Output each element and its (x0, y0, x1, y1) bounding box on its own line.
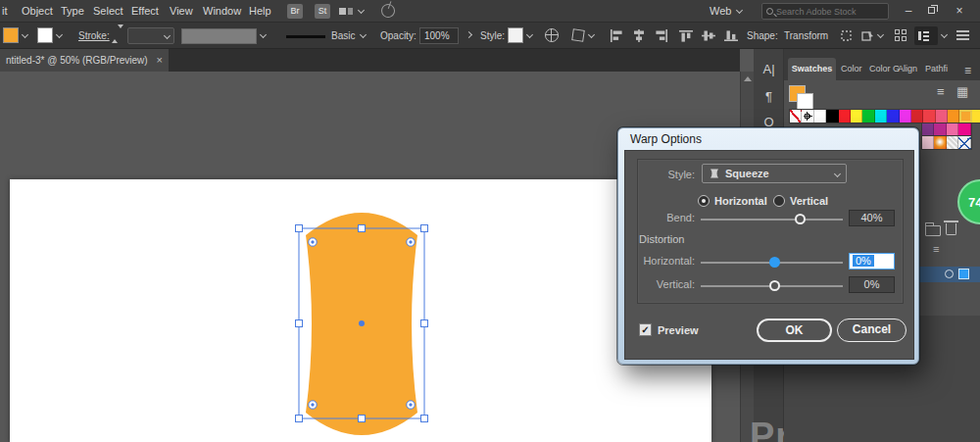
delete-swatch-icon[interactable] (946, 223, 956, 235)
scroll-up-icon[interactable] (744, 76, 752, 81)
grid-view-icon[interactable]: ▦ (956, 84, 968, 99)
fill-color-swatch[interactable] (3, 27, 19, 43)
isolate-chevron-icon[interactable] (877, 31, 884, 38)
swatch[interactable] (972, 110, 980, 123)
visibility-ring-icon[interactable] (945, 270, 954, 278)
layout-chevron-icon[interactable] (358, 7, 365, 14)
panel-stroke-proxy[interactable] (797, 93, 813, 110)
swatch[interactable] (958, 136, 970, 149)
width-profile-chevron-icon[interactable] (260, 31, 267, 38)
document-arrangement-button[interactable] (914, 26, 938, 45)
bend-slider[interactable] (701, 219, 843, 221)
align-right-icon[interactable] (655, 29, 668, 42)
character-panel-icon[interactable]: A| (754, 62, 784, 76)
align-top-icon[interactable] (679, 29, 693, 42)
bounding-box-icon[interactable] (839, 29, 854, 42)
artboard-thumbnail-icon[interactable] (958, 269, 969, 279)
stroke-weight-combo[interactable] (127, 27, 174, 44)
graphic-style-chevron-icon[interactable] (526, 31, 533, 38)
align-bottom-icon[interactable] (724, 29, 738, 42)
workspace-chevron-icon[interactable] (736, 7, 743, 14)
isolate-selection-icon[interactable] (860, 29, 875, 42)
preferences-icon[interactable] (571, 28, 585, 42)
tab-align[interactable]: Align (898, 64, 917, 74)
artboard-row[interactable] (919, 267, 980, 282)
warp-style-dropdown[interactable]: Squeeze (702, 164, 847, 183)
list-view-icon[interactable]: ≡ (937, 84, 945, 99)
tab-close-icon[interactable]: × (157, 49, 163, 72)
opacity-expand-icon[interactable] (466, 31, 472, 38)
swatch[interactable] (959, 110, 971, 123)
shape-center-point[interactable] (359, 320, 365, 326)
swatch[interactable] (900, 110, 911, 123)
graphic-style-swatch[interactable] (508, 27, 523, 43)
arrangement-chevron-icon[interactable] (941, 31, 948, 38)
swatch[interactable] (802, 110, 813, 123)
stock-search-box[interactable] (761, 3, 889, 20)
vertical-radio-label[interactable]: Vertical (790, 195, 828, 207)
swatch[interactable] (790, 110, 802, 123)
graphic-style-button[interactable]: St (315, 4, 330, 19)
align-center-icon[interactable] (632, 29, 646, 42)
swatch[interactable] (814, 110, 826, 123)
swatch[interactable] (875, 110, 887, 123)
horizontal-radio-label[interactable]: Horizontal (714, 195, 767, 207)
swatch[interactable] (862, 110, 874, 123)
align-middle-icon[interactable] (702, 29, 715, 42)
search-input[interactable] (776, 7, 884, 17)
menu-help[interactable]: Help (249, 5, 271, 17)
window-restore-button[interactable] (919, 0, 945, 22)
stroke-color-swatch[interactable] (37, 27, 53, 43)
preview-checkbox[interactable]: ✓ (639, 323, 652, 336)
vertical-slider-thumb[interactable] (769, 280, 780, 291)
menu-select[interactable]: Select (93, 5, 123, 17)
swatch[interactable] (936, 110, 948, 123)
opacity-value-field[interactable]: 100% (419, 27, 459, 44)
swatch[interactable] (934, 136, 946, 149)
width-profile-combo[interactable] (181, 28, 257, 44)
vertical-radio[interactable] (773, 195, 785, 207)
swatch[interactable] (922, 136, 934, 149)
horizontal-radio[interactable] (698, 195, 710, 207)
swatch[interactable] (887, 110, 899, 123)
tab-color[interactable]: Color (841, 64, 862, 74)
swatch[interactable] (839, 110, 851, 123)
tab-pathfinder[interactable]: Pathfi (925, 64, 948, 74)
swatch[interactable] (923, 110, 935, 123)
tab-swatches[interactable]: Swatches (788, 58, 836, 80)
vertical-value-field[interactable]: 0% (849, 276, 895, 293)
preferences-chevron-icon[interactable] (588, 31, 595, 38)
swatch[interactable] (948, 110, 959, 123)
transform-label[interactable]: Transform (784, 30, 828, 41)
window-minimize-button[interactable]: – (896, 0, 921, 22)
warped-shape-selection[interactable] (274, 191, 441, 442)
touch-workspace-icon[interactable] (379, 2, 397, 20)
horizontal-slider-thumb[interactable] (769, 257, 780, 268)
cancel-button[interactable]: Cancel (837, 319, 906, 342)
warp-options-dialog[interactable]: Warp Options Style: Squeeze Horizontal V… (617, 127, 919, 365)
menu-effect[interactable]: Effect (131, 5, 159, 17)
menu-object[interactable]: Object (22, 5, 53, 17)
swatch-options-icon[interactable]: ≡ (933, 243, 939, 255)
align-left-icon[interactable] (610, 29, 623, 42)
panel-menu-icon[interactable]: ≡ (964, 64, 971, 77)
bend-slider-thumb[interactable] (795, 214, 806, 224)
swatch[interactable] (947, 136, 958, 149)
tab-color-guide[interactable]: Color G (869, 64, 900, 74)
layout-icon[interactable] (339, 8, 346, 15)
menu-edit[interactable]: it (2, 5, 8, 17)
preview-label[interactable]: Preview (658, 324, 699, 336)
workspace-switcher[interactable]: Web (710, 5, 731, 17)
document-setup-icon[interactable] (545, 28, 559, 42)
vertical-distortion-slider[interactable] (701, 285, 843, 287)
fill-chevron-icon[interactable] (22, 31, 28, 38)
brush-panel-button[interactable]: Br (287, 4, 303, 19)
brush-chevron-icon[interactable] (360, 31, 367, 38)
horizontal-value-field[interactable]: 0% (849, 253, 895, 270)
bend-value-field[interactable]: 40% (849, 210, 895, 226)
swatch[interactable] (851, 110, 862, 123)
opacity-label[interactable]: Opacity: (380, 30, 416, 41)
stroke-chevron-icon[interactable] (56, 31, 63, 38)
swatch[interactable] (826, 110, 838, 123)
document-tab[interactable]: ntitled-3* @ 50% (RGB/Preview) × (0, 49, 169, 72)
